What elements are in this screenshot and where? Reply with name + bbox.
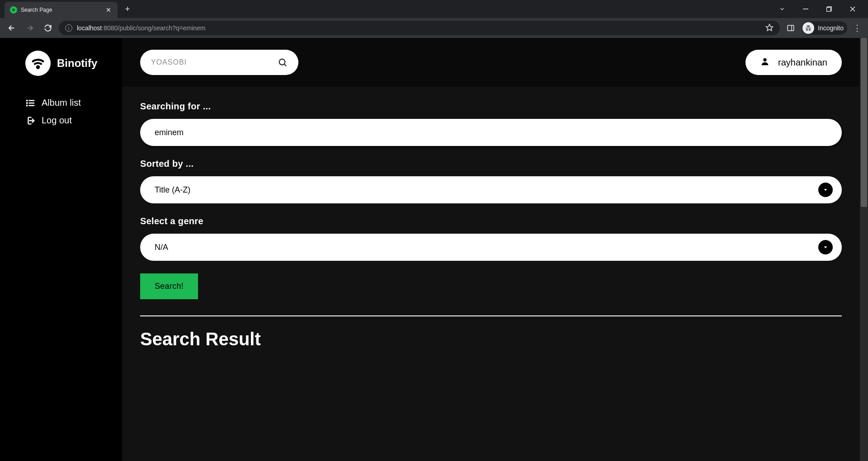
- incognito-icon: [802, 22, 814, 34]
- search-submit-button[interactable]: Search!: [140, 273, 198, 299]
- logout-icon: [25, 116, 35, 126]
- site-info-icon[interactable]: i: [65, 24, 72, 32]
- topbar: rayhankinan: [122, 38, 860, 87]
- scrollbar-thumb[interactable]: [861, 38, 867, 207]
- address-bar[interactable]: i localhost:8080/public/song/search?q=em…: [59, 21, 780, 35]
- svg-line-14: [284, 64, 286, 66]
- caret-down-icon: [818, 240, 833, 254]
- list-icon: [25, 98, 35, 108]
- forward-button[interactable]: [23, 21, 37, 35]
- incognito-label: Incognito: [818, 24, 844, 32]
- app-logo[interactable]: Binotify: [9, 51, 113, 76]
- browser-tab[interactable]: Search Page ✕: [5, 2, 118, 18]
- bookmark-star-icon[interactable]: [765, 24, 774, 33]
- vertical-scrollbar[interactable]: ▲: [860, 38, 868, 461]
- svg-rect-4: [788, 25, 794, 31]
- sort-select[interactable]: Title (A-Z): [140, 176, 842, 203]
- browser-toolbar: i localhost:8080/public/song/search?q=em…: [0, 18, 868, 38]
- sidebar: Binotify Album list Log out: [0, 38, 122, 461]
- back-button[interactable]: [5, 21, 19, 35]
- user-icon: [760, 56, 770, 69]
- browser-chrome: Search Page ✕ + i localhost:8080/public/…: [0, 0, 868, 38]
- search-icon[interactable]: [278, 57, 288, 67]
- window-controls: [772, 2, 868, 16]
- maximize-icon[interactable]: [819, 2, 839, 16]
- side-panel-icon[interactable]: [783, 21, 798, 35]
- browser-menu-icon[interactable]: ⋮: [851, 23, 863, 33]
- new-tab-button[interactable]: +: [121, 3, 134, 15]
- minimize-icon[interactable]: [796, 2, 816, 16]
- incognito-indicator[interactable]: Incognito: [802, 21, 847, 35]
- divider: [140, 315, 842, 316]
- search-result-heading: Search Result: [140, 329, 842, 349]
- search-form: Searching for ... Sorted by ... Title (A…: [122, 87, 860, 461]
- sidebar-item-album-list[interactable]: Album list: [9, 94, 113, 112]
- search-query-input[interactable]: [140, 119, 842, 146]
- chevron-down-icon[interactable]: [772, 2, 792, 16]
- tab-bar: Search Page ✕ +: [0, 0, 868, 18]
- reload-button[interactable]: [41, 21, 55, 35]
- svg-point-10: [27, 100, 28, 101]
- sidebar-item-label: Log out: [42, 115, 72, 126]
- svg-rect-2: [827, 8, 831, 12]
- genre-select[interactable]: N/A: [140, 234, 842, 261]
- sidebar-item-logout[interactable]: Log out: [9, 112, 113, 129]
- svg-point-15: [763, 58, 766, 61]
- sidebar-item-label: Album list: [42, 98, 81, 108]
- svg-point-13: [279, 59, 285, 65]
- url-text: localhost:8080/public/song/search?q=emin…: [77, 24, 205, 32]
- app-name: Binotify: [57, 57, 97, 70]
- topbar-search-input[interactable]: [151, 58, 278, 66]
- tab-title: Search Page: [21, 7, 101, 13]
- svg-marker-3: [766, 24, 773, 30]
- svg-point-11: [27, 103, 28, 103]
- svg-rect-0: [803, 9, 808, 9]
- main-content: rayhankinan Searching for ... Sorted by …: [122, 38, 860, 461]
- username-label: rayhankinan: [778, 57, 827, 68]
- user-chip[interactable]: rayhankinan: [745, 50, 842, 75]
- select-genre-label: Select a genre: [140, 216, 842, 226]
- close-icon[interactable]: [843, 2, 863, 16]
- spotify-favicon-icon: [10, 6, 17, 14]
- svg-point-12: [27, 105, 28, 106]
- sorted-by-label: Sorted by ...: [140, 159, 842, 169]
- svg-point-6: [37, 66, 39, 68]
- searching-for-label: Searching for ...: [140, 101, 842, 112]
- tab-close-icon[interactable]: ✕: [105, 6, 112, 14]
- genre-select-value: N/A: [155, 243, 818, 252]
- topbar-search[interactable]: [140, 50, 298, 75]
- wifi-logo-icon: [25, 51, 51, 76]
- caret-down-icon: [818, 183, 833, 197]
- sort-select-value: Title (A-Z): [155, 185, 818, 195]
